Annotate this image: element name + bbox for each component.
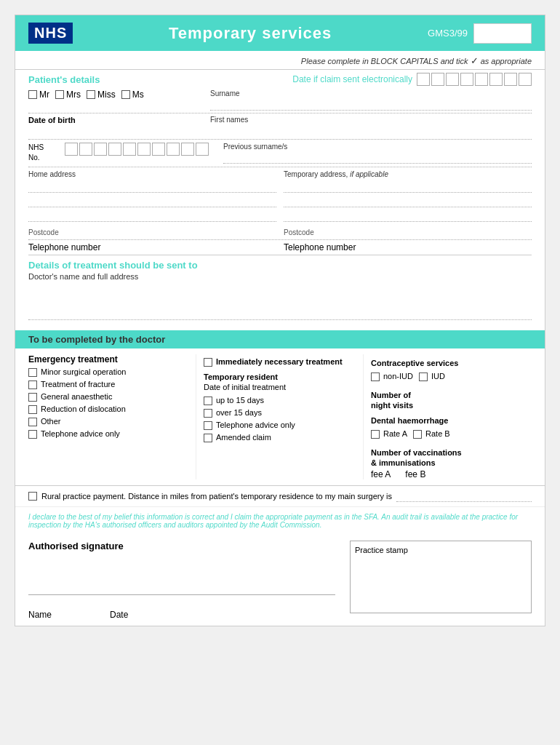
temp-address-line-1[interactable] xyxy=(284,178,532,193)
mrs-label: Mrs xyxy=(66,89,81,100)
temp-address-line-3[interactable] xyxy=(284,207,532,222)
check-anaesthetic: General anaesthetic xyxy=(28,392,188,402)
fracture-label: Treatment of fracture xyxy=(41,380,115,389)
tel-advice-label-col2: Telephone advice only xyxy=(216,421,295,429)
amended-checkbox[interactable] xyxy=(204,434,212,442)
doctor-section: Emergency treatment Minor surgical opera… xyxy=(15,348,545,485)
rate-a-checkbox[interactable] xyxy=(371,430,380,439)
non-iud-checkbox[interactable] xyxy=(371,372,380,381)
nhs-logo: NHS xyxy=(28,23,73,44)
patient-section: Patient's details Date if claim sent ele… xyxy=(15,70,545,255)
details-address-box[interactable] xyxy=(28,284,532,320)
temp-address-line-2[interactable] xyxy=(284,193,532,207)
form-page: NHS Temporary services GMS3/99 Please co… xyxy=(15,15,545,626)
immediately-checkbox[interactable] xyxy=(204,358,212,367)
date-box-3 xyxy=(446,73,459,86)
amended-label: Amended claim xyxy=(216,433,271,442)
anaesthetic-checkbox[interactable] xyxy=(28,393,37,402)
postcode-col-1: Postcode xyxy=(28,227,276,237)
rural-checkbox[interactable] xyxy=(28,492,37,501)
form-title: Temporary services xyxy=(73,24,428,43)
sig-name-label: Name xyxy=(28,610,52,620)
patient-header-row: Patient's details Date if claim sent ele… xyxy=(28,70,532,87)
rate-b-checkbox[interactable] xyxy=(413,430,422,439)
sig-date-label: Date xyxy=(110,610,128,620)
check-minor-surgical: Minor surgical operation xyxy=(28,367,188,377)
emergency-title: Emergency treatment xyxy=(28,354,188,364)
tel-advice-checkbox-col2[interactable] xyxy=(204,421,212,430)
sub-header: Please complete in BLOCK CAPITALS and ti… xyxy=(15,51,545,70)
postcode-row: Postcode Postcode xyxy=(28,225,532,240)
details-title: Details of treatment should be sent to xyxy=(28,260,532,271)
dislocation-checkbox[interactable] xyxy=(28,405,37,414)
nhs-box-5 xyxy=(123,143,136,156)
sig-name-date: Name Date xyxy=(28,610,335,620)
details-section: Details of treatment should be sent to D… xyxy=(15,255,545,323)
gms-code: GMS3/99 xyxy=(428,28,468,39)
fracture-checkbox[interactable] xyxy=(28,381,37,389)
nhs-row: NHSNo. Previous surname/s xyxy=(28,140,532,167)
iud-checkbox[interactable] xyxy=(419,372,428,381)
minor-surgical-label: Minor surgical operation xyxy=(41,367,126,376)
tel-advice-checkbox-col1[interactable] xyxy=(28,430,37,439)
fee-labels: fee A fee B xyxy=(371,469,532,479)
home-address-line-2[interactable] xyxy=(28,193,276,207)
check-telephone-advice-col1: Telephone advice only xyxy=(28,429,188,439)
doctor-cols: Emergency treatment Minor surgical opera… xyxy=(28,354,532,479)
check-non-iud: non-IUD xyxy=(371,372,413,381)
title-mrs: Mrs xyxy=(55,89,81,100)
nhs-box-3 xyxy=(94,143,107,156)
declaration-text: I declare to the best of my belief this … xyxy=(28,513,518,529)
vaccines-title: Number of vaccinations & immunisations xyxy=(371,447,532,468)
surname-label: Surname xyxy=(210,89,532,97)
check-dislocation: Reduction of dislocation xyxy=(28,405,188,414)
tel-advice-label-col1: Telephone advice only xyxy=(41,429,120,438)
miss-checkbox[interactable] xyxy=(87,90,95,99)
over15-checkbox[interactable] xyxy=(204,409,212,418)
header: NHS Temporary services GMS3/99 xyxy=(15,15,545,51)
nhs-number-boxes xyxy=(65,143,209,156)
temp-resident-title: Temporary resident xyxy=(204,372,356,381)
check-rate-b: Rate B xyxy=(413,429,450,439)
up15-label: up to 15 days xyxy=(216,396,264,405)
prev-surname-label: Previous surname/s xyxy=(223,143,532,151)
date-box-1 xyxy=(417,73,430,86)
ms-label: Ms xyxy=(132,89,144,100)
temp-address-label: Temporary address, if applicable xyxy=(284,170,532,178)
check-over15: over 15 days xyxy=(204,408,356,418)
home-address-line-1[interactable] xyxy=(28,178,276,193)
mr-checkbox[interactable] xyxy=(28,90,37,99)
rate-b-label: Rate B xyxy=(425,429,450,438)
anaesthetic-label: General anaesthetic xyxy=(41,392,112,401)
postcode-label-2: Postcode xyxy=(284,228,314,236)
non-iud-label: non-IUD xyxy=(383,372,413,381)
details-sub: Doctor's name and full address xyxy=(28,272,532,281)
ref-input-box[interactable] xyxy=(473,23,532,44)
postcode-label-1: Postcode xyxy=(28,228,59,236)
nhs-box-2 xyxy=(79,143,92,156)
dislocation-label: Reduction of dislocation xyxy=(41,405,126,413)
num-night-label: Number of night visits xyxy=(371,390,532,410)
mrs-checkbox[interactable] xyxy=(55,90,64,99)
nhs-label: NHSNo. xyxy=(28,143,57,163)
emergency-col: Emergency treatment Minor surgical opera… xyxy=(28,354,196,479)
rural-text: Rural practice payment. Distance in mile… xyxy=(41,492,392,501)
home-address-line-3[interactable] xyxy=(28,207,276,222)
other-checkbox[interactable] xyxy=(28,418,37,426)
date-initial-label: Date of initial treatment xyxy=(204,383,356,391)
header-right: GMS3/99 xyxy=(428,23,532,44)
date-box-6 xyxy=(489,73,503,86)
check-immediately: Immediately necessary treatment xyxy=(204,357,356,367)
rural-row: Rural practice payment. Distance in mile… xyxy=(15,485,545,506)
sig-left: Authorised signature Name Date xyxy=(28,541,335,620)
ms-checkbox[interactable] xyxy=(121,90,130,99)
immediately-label: Immediately necessary treatment xyxy=(216,357,343,366)
check-telephone-advice-col2: Telephone advice only xyxy=(204,421,356,430)
up15-checkbox[interactable] xyxy=(204,397,212,405)
date-box-2 xyxy=(431,73,444,86)
first-names-label: First names xyxy=(210,116,532,124)
date-claim-label: Date if claim sent electronically xyxy=(292,74,412,84)
minor-surgical-checkbox[interactable] xyxy=(28,368,37,377)
date-box-5 xyxy=(475,73,488,86)
nhs-box-9 xyxy=(181,143,194,156)
